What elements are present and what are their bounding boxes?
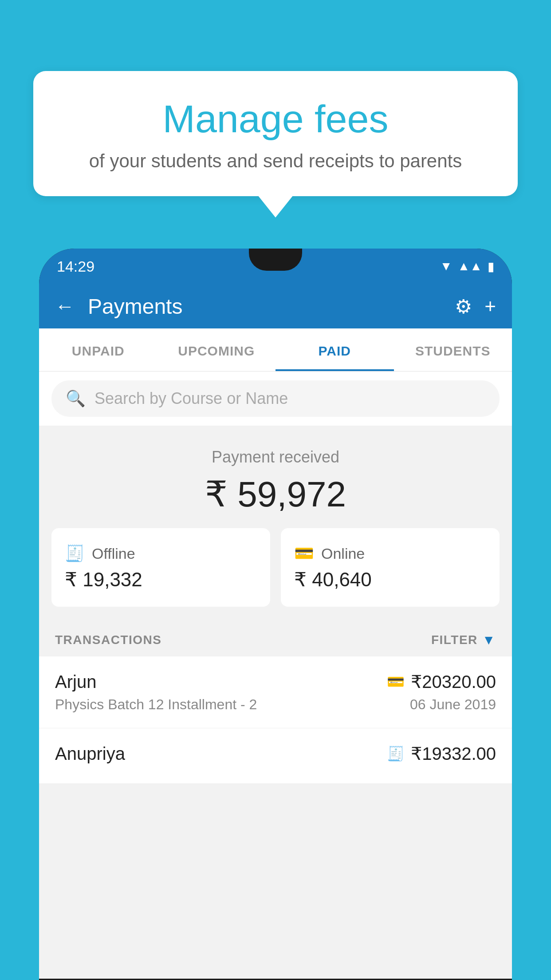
transaction-description: Physics Batch 12 Installment - 2 (55, 696, 257, 713)
transaction-name: Arjun (55, 672, 96, 692)
filter-label: FILTER (431, 633, 478, 647)
status-icons: ▼ ▲▲ ▮ (440, 259, 494, 274)
online-card-header: 💳 Online (294, 544, 486, 563)
transaction-name-2: Anupriya (55, 744, 125, 764)
payment-cards-row: 🧾 Offline ₹ 19,332 💳 Online ₹ 40,640 (39, 528, 512, 620)
page-title: Payments (88, 294, 441, 319)
payment-received-label: Payment received (39, 448, 512, 466)
tabs-bar: UNPAID UPCOMING PAID STUDENTS (39, 328, 512, 371)
app-header: ← Payments ⚙ + (39, 284, 512, 328)
search-container: 🔍 Search by Course or Name (39, 371, 512, 426)
transaction-amount-2: ₹19332.00 (411, 743, 496, 764)
filter-icon: ▼ (482, 632, 496, 648)
offline-icon: 🧾 (65, 544, 85, 563)
signal-icon: ▲▲ (458, 259, 482, 273)
phone-frame: 14:29 ▼ ▲▲ ▮ ← Payments ⚙ + UNPAID UPCOM… (39, 249, 512, 980)
tab-students[interactable]: STUDENTS (394, 328, 512, 371)
online-label: Online (321, 545, 365, 562)
speech-bubble: Manage fees of your students and send re… (33, 71, 518, 196)
transaction-top-2: Anupriya 🧾 ₹19332.00 (55, 743, 496, 764)
battery-icon: ▮ (488, 259, 494, 274)
tab-paid[interactable]: PAID (276, 328, 394, 371)
transactions-header: TRANSACTIONS FILTER ▼ (39, 620, 512, 656)
status-bar: 14:29 ▼ ▲▲ ▮ (39, 249, 512, 284)
transactions-label: TRANSACTIONS (55, 633, 161, 647)
status-time: 14:29 (57, 258, 94, 275)
add-icon[interactable]: + (484, 295, 496, 317)
transaction-amount-wrap: 💳 ₹20320.00 (387, 672, 496, 692)
search-placeholder-text: Search by Course or Name (94, 389, 288, 408)
screen-content: 🔍 Search by Course or Name Payment recei… (39, 371, 512, 979)
transaction-list: Arjun 💳 ₹20320.00 Physics Batch 12 Insta… (39, 656, 512, 784)
transaction-date: 06 June 2019 (410, 696, 496, 713)
transaction-bottom: Physics Batch 12 Installment - 2 06 June… (55, 696, 496, 713)
bubble-title: Manage fees (64, 98, 487, 141)
table-row: Anupriya 🧾 ₹19332.00 (39, 728, 512, 784)
offline-amount: ₹ 19,332 (65, 568, 257, 591)
online-icon: 💳 (294, 544, 314, 563)
tab-unpaid[interactable]: UNPAID (39, 328, 157, 371)
payment-received-section: Payment received ₹ 59,972 (39, 426, 512, 528)
search-bar[interactable]: 🔍 Search by Course or Name (51, 380, 500, 417)
offline-card: 🧾 Offline ₹ 19,332 (51, 528, 270, 607)
offline-payment-icon: 🧾 (387, 745, 405, 762)
back-button[interactable]: ← (55, 295, 75, 317)
phone-notch (249, 249, 302, 271)
transaction-amount-wrap-2: 🧾 ₹19332.00 (387, 743, 496, 764)
tab-upcoming[interactable]: UPCOMING (157, 328, 276, 371)
offline-label: Offline (92, 545, 135, 562)
offline-card-header: 🧾 Offline (65, 544, 257, 563)
online-amount: ₹ 40,640 (294, 568, 486, 591)
online-card: 💳 Online ₹ 40,640 (281, 528, 500, 607)
transaction-amount: ₹20320.00 (411, 672, 496, 692)
transaction-top: Arjun 💳 ₹20320.00 (55, 672, 496, 692)
wifi-icon: ▼ (440, 259, 453, 273)
online-payment-icon: 💳 (387, 673, 405, 690)
table-row: Arjun 💳 ₹20320.00 Physics Batch 12 Insta… (39, 656, 512, 728)
search-icon: 🔍 (66, 389, 86, 408)
bubble-subtitle: of your students and send receipts to pa… (64, 150, 487, 172)
filter-button[interactable]: FILTER ▼ (431, 632, 496, 648)
header-icons: ⚙ + (455, 295, 496, 318)
payment-received-amount: ₹ 59,972 (39, 474, 512, 515)
settings-icon[interactable]: ⚙ (455, 295, 472, 318)
